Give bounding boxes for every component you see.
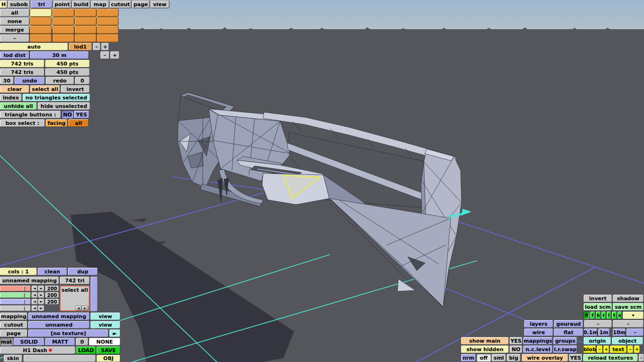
channel-slider-blue-left-arrow[interactable]: ◄ [32, 299, 38, 304]
lod-dist-label[interactable]: lod dist [0, 51, 29, 59]
shading-gouraud[interactable]: gouraud [554, 320, 583, 328]
mappings-button[interactable]: mappings [523, 337, 553, 345]
mapping-tri-count[interactable]: 742 tri [60, 277, 90, 284]
show-hidden-label[interactable]: show hidden [461, 346, 509, 353]
page-next-arrow[interactable]: ► [109, 329, 120, 337]
reload-minus[interactable]: – [639, 354, 644, 362]
lod-minus[interactable]: – [93, 43, 100, 50]
lr-swap[interactable]: l.r.swap [553, 346, 577, 353]
subob-cell-2-2[interactable] [75, 26, 96, 33]
cutout-view[interactable]: view [91, 321, 120, 329]
wire-overlay-label[interactable]: wire overlay [522, 354, 568, 362]
select-all-button[interactable]: select all [30, 85, 60, 93]
subob-cell-1-1[interactable] [53, 17, 74, 25]
cutout-label[interactable]: cutout [0, 321, 27, 329]
invert-selection[interactable]: invert [61, 85, 90, 93]
channel-slider-gray-right-arrow[interactable]: ► [38, 305, 44, 311]
shading-flat[interactable]: flat [554, 329, 583, 336]
channel-slider-red-right-arrow[interactable]: ► [38, 286, 44, 291]
show-main-label[interactable]: show main [461, 337, 509, 345]
layers-minus-1[interactable]: – [584, 320, 612, 328]
channel-slider-blue-thumb[interactable] [23, 299, 25, 304]
lod-auto[interactable]: auto [0, 43, 68, 50]
mapping-label[interactable]: mapping [0, 313, 27, 320]
channel-slider-blue-value[interactable]: 200 [45, 299, 59, 304]
redo-depth[interactable]: 0 [75, 77, 90, 84]
mapping-view[interactable]: view [91, 313, 120, 320]
channel-slider-green-thumb[interactable] [23, 293, 25, 297]
channel-slider-green-right-arrow[interactable]: ► [38, 292, 44, 298]
wire-overlay-yes[interactable]: YES [569, 354, 582, 362]
undo-button[interactable]: undo [15, 77, 45, 84]
subob-cell-0-2[interactable] [75, 9, 96, 16]
grid-minus[interactable]: – [627, 329, 644, 336]
tris-count-total[interactable]: 742 tris [0, 68, 44, 76]
undo-depth[interactable]: 30 [0, 77, 14, 84]
skin-label[interactable]: skin [4, 355, 22, 362]
grid-10m[interactable]: 10m [613, 329, 626, 336]
lod-dist-minus[interactable]: – [100, 51, 109, 59]
triangle-buttons-label[interactable]: triangle buttons : [0, 111, 61, 118]
pts-count-total[interactable]: 450 pts [45, 68, 90, 76]
model-name-field[interactable]: H1 Dash✱ [0, 346, 75, 354]
mapping-prev-arrow[interactable]: ◄ [75, 306, 82, 310]
tab-page[interactable]: page [132, 0, 149, 8]
text-minus[interactable]: – [627, 346, 633, 353]
channel-slider-red-value[interactable]: 200 [45, 286, 59, 291]
page-label[interactable]: page [0, 329, 27, 337]
mapping-scrollbar[interactable] [91, 277, 98, 312]
blob-button[interactable]: blob [584, 346, 596, 353]
cols-count[interactable]: cols : 1 [0, 268, 37, 275]
box-select-facing[interactable]: facing [46, 119, 67, 127]
subob-none[interactable]: none [0, 17, 29, 25]
subob-cell-2-1[interactable] [53, 26, 74, 33]
channel-slider-gray-left-arrow[interactable]: ◄ [32, 305, 38, 311]
load-button[interactable]: LOAD [76, 346, 96, 354]
box-select-all[interactable]: all [68, 119, 89, 127]
view-preset-f[interactable]: f [590, 312, 595, 319]
blob-plus[interactable]: + [603, 346, 609, 353]
save-scm[interactable]: save scm [613, 303, 644, 311]
channel-slider-red-left-arrow[interactable]: ◄ [32, 286, 38, 291]
mapping-next-arrow[interactable]: ► [82, 306, 88, 310]
grid-01m[interactable]: 0.1m [584, 329, 597, 336]
object-button[interactable]: object [612, 337, 643, 345]
subob-merge[interactable]: merge [0, 26, 29, 33]
show-main-yes[interactable]: YES [510, 337, 522, 345]
tab-subob[interactable]: subob [8, 0, 30, 8]
normals-big[interactable]: big [507, 354, 520, 362]
nc-level[interactable]: n.c.level [523, 346, 553, 353]
pts-count-lod[interactable]: 450 pts [45, 60, 90, 67]
wire-button[interactable]: wire [524, 329, 553, 336]
show-hidden-no[interactable]: NO [510, 346, 522, 353]
tab-tri-active[interactable]: tri [31, 0, 52, 8]
view-preset-p[interactable]: P [584, 312, 589, 319]
subob-cell-3-2[interactable] [75, 34, 96, 42]
subob-cell-0-1[interactable] [53, 9, 74, 16]
subob-cell-1-0[interactable] [30, 17, 51, 25]
redo-button[interactable]: redo [46, 77, 74, 84]
mat-solid[interactable]: SOLID [14, 338, 44, 346]
subob-cell-1-2[interactable] [75, 17, 96, 25]
view-preset-t[interactable]: t [612, 312, 617, 319]
triangle-buttons-yes[interactable]: YES [74, 111, 89, 118]
unhide-all[interactable]: unhide all [0, 102, 37, 110]
mat-none[interactable]: NONE [89, 338, 120, 346]
view-preset-l[interactable]: l [607, 312, 611, 319]
tris-count-lod[interactable]: 742 tris [0, 60, 44, 67]
channel-slider-green-value[interactable]: 200 [45, 292, 59, 298]
normals-off[interactable]: off [477, 354, 491, 362]
channel-slider-red[interactable] [0, 286, 31, 291]
subob-cell-0-0[interactable] [30, 9, 51, 16]
channel-slider-green-left-arrow[interactable]: ◄ [32, 292, 38, 298]
box-select-label[interactable]: box select : [0, 119, 45, 127]
invert-button[interactable]: invert [584, 295, 612, 302]
text-plus[interactable]: + [634, 346, 640, 353]
view-preset-u[interactable]: u [618, 312, 622, 319]
groups-button[interactable]: groups [553, 337, 577, 345]
mat-index[interactable]: 0 [76, 338, 88, 346]
channel-slider-blue[interactable] [0, 299, 31, 304]
load-scm[interactable]: load scm [584, 303, 612, 311]
subob-cell-3-0[interactable] [30, 34, 51, 42]
tab-build[interactable]: build [72, 0, 90, 8]
